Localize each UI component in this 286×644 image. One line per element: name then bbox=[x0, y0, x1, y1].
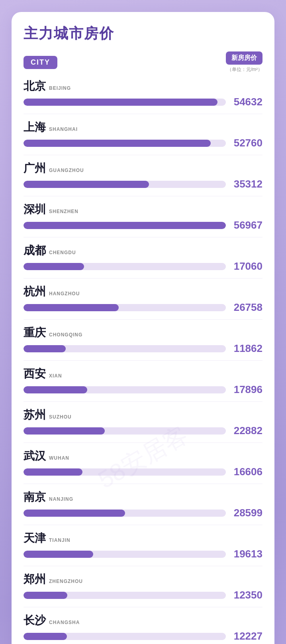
city-en: BEIJING bbox=[49, 85, 71, 91]
price-value: 52760 bbox=[231, 137, 262, 149]
price-value: 54632 bbox=[231, 96, 262, 108]
divider bbox=[24, 196, 262, 196]
city-cn: 西安 bbox=[24, 366, 46, 381]
city-name-row: 郑州 ZHENGZHOU bbox=[24, 572, 262, 587]
bar-fill bbox=[24, 181, 149, 188]
bar-fill bbox=[24, 263, 84, 270]
bar-fill bbox=[24, 468, 82, 476]
price-value: 17060 bbox=[231, 260, 262, 273]
divider bbox=[24, 525, 262, 525]
list-item: 长沙 CHANGSHA 12227 bbox=[24, 613, 262, 644]
bar-fill bbox=[24, 99, 217, 106]
price-unit: （单位：元/m²） bbox=[226, 66, 262, 73]
bar-price-row: 28599 bbox=[24, 507, 262, 519]
bar-price-row: 22882 bbox=[24, 425, 262, 437]
city-badge: CITY bbox=[24, 56, 57, 69]
city-cn: 深圳 bbox=[24, 202, 46, 217]
price-header: 新房房价 （单位：元/m²） bbox=[226, 51, 262, 73]
price-value: 19613 bbox=[231, 548, 262, 560]
list-item: 南京 NANJING 28599 bbox=[24, 490, 262, 525]
list-item: 广州 GUANGZHOU 35312 bbox=[24, 161, 262, 196]
city-name-row: 南京 NANJING bbox=[24, 490, 262, 505]
bar-container bbox=[24, 263, 226, 270]
list-item: 北京 BEIJING 54632 bbox=[24, 79, 262, 114]
price-value: 12350 bbox=[231, 589, 262, 601]
list-item: 成都 CHENGDU 17060 bbox=[24, 243, 262, 279]
divider bbox=[24, 607, 262, 607]
divider bbox=[24, 155, 262, 155]
bar-price-row: 11862 bbox=[24, 342, 262, 355]
table-header: CITY 新房房价 （单位：元/m²） bbox=[24, 51, 262, 73]
city-en: CHONGQING bbox=[49, 332, 82, 338]
city-name-row: 上海 SHANGHAI bbox=[24, 120, 262, 135]
city-cn: 武汉 bbox=[24, 448, 46, 464]
city-cn: 南京 bbox=[24, 490, 46, 505]
city-name-row: 杭州 HANGZHOU bbox=[24, 284, 262, 299]
bar-container bbox=[24, 140, 226, 147]
bar-price-row: 12227 bbox=[24, 630, 262, 642]
bar-price-row: 54632 bbox=[24, 96, 262, 108]
bar-container bbox=[24, 592, 226, 599]
city-cn: 北京 bbox=[24, 79, 46, 94]
bar-fill bbox=[24, 140, 211, 147]
city-en: NANJING bbox=[49, 496, 73, 502]
divider bbox=[24, 319, 262, 320]
bar-fill bbox=[24, 592, 67, 599]
bar-container bbox=[24, 551, 226, 558]
city-cn: 苏州 bbox=[24, 407, 46, 423]
city-en: HANGZHOU bbox=[49, 291, 80, 296]
city-cn: 天津 bbox=[24, 531, 46, 546]
bar-price-row: 56967 bbox=[24, 219, 262, 231]
bar-fill bbox=[24, 345, 66, 352]
bar-container bbox=[24, 510, 226, 517]
bar-fill bbox=[24, 386, 87, 393]
bar-fill bbox=[24, 551, 93, 558]
price-value: 16606 bbox=[231, 466, 262, 478]
bar-container bbox=[24, 427, 226, 435]
city-name-row: 西安 XIAN bbox=[24, 366, 262, 381]
bar-fill bbox=[24, 510, 125, 517]
bar-container bbox=[24, 468, 226, 476]
bar-container bbox=[24, 181, 226, 188]
city-name-row: 广州 GUANGZHOU bbox=[24, 161, 262, 176]
city-cn: 杭州 bbox=[24, 284, 46, 299]
list-item: 武汉 WUHAN 16606 bbox=[24, 448, 262, 484]
divider bbox=[24, 360, 262, 361]
bar-container bbox=[24, 633, 226, 640]
city-name-row: 武汉 WUHAN bbox=[24, 448, 262, 464]
city-en: TIANJIN bbox=[49, 537, 71, 543]
bar-container bbox=[24, 99, 226, 106]
city-name-row: 重庆 CHONGQING bbox=[24, 325, 262, 340]
list-item: 深圳 SHENZHEN 56967 bbox=[24, 202, 262, 237]
divider bbox=[24, 237, 262, 237]
list-item: 天津 TIANJIN 19613 bbox=[24, 531, 262, 566]
city-en: CHANGSHA bbox=[49, 620, 80, 625]
bar-price-row: 26758 bbox=[24, 301, 262, 314]
divider bbox=[24, 114, 262, 114]
city-en: XIAN bbox=[49, 373, 62, 379]
city-name-row: 北京 BEIJING bbox=[24, 79, 262, 94]
bar-price-row: 19613 bbox=[24, 548, 262, 560]
city-en: SHENZHEN bbox=[49, 209, 78, 214]
price-value: 22882 bbox=[231, 425, 262, 437]
price-value: 28599 bbox=[231, 507, 262, 519]
list-item: 西安 XIAN 17896 bbox=[24, 366, 262, 402]
bar-fill bbox=[24, 427, 105, 435]
list-item: 上海 SHANGHAI 52760 bbox=[24, 120, 262, 155]
divider bbox=[24, 484, 262, 484]
city-name-row: 深圳 SHENZHEN bbox=[24, 202, 262, 217]
divider bbox=[24, 443, 262, 443]
city-name-row: 成都 CHENGDU bbox=[24, 243, 262, 258]
bar-price-row: 52760 bbox=[24, 137, 262, 149]
bar-fill bbox=[24, 304, 119, 311]
city-name-row: 长沙 CHANGSHA bbox=[24, 613, 262, 628]
bar-container bbox=[24, 304, 226, 311]
bar-price-row: 17060 bbox=[24, 260, 262, 273]
city-list: 北京 BEIJING 54632 上海 SHANGHAI 52760 bbox=[24, 79, 262, 644]
bar-container bbox=[24, 222, 226, 229]
city-en: SHANGHAI bbox=[49, 126, 78, 132]
city-cn: 上海 bbox=[24, 120, 46, 135]
page-title: 主力城市房价 bbox=[24, 24, 262, 43]
list-item: 郑州 ZHENGZHOU 12350 bbox=[24, 572, 262, 607]
price-header-label: 新房房价 bbox=[226, 51, 262, 65]
